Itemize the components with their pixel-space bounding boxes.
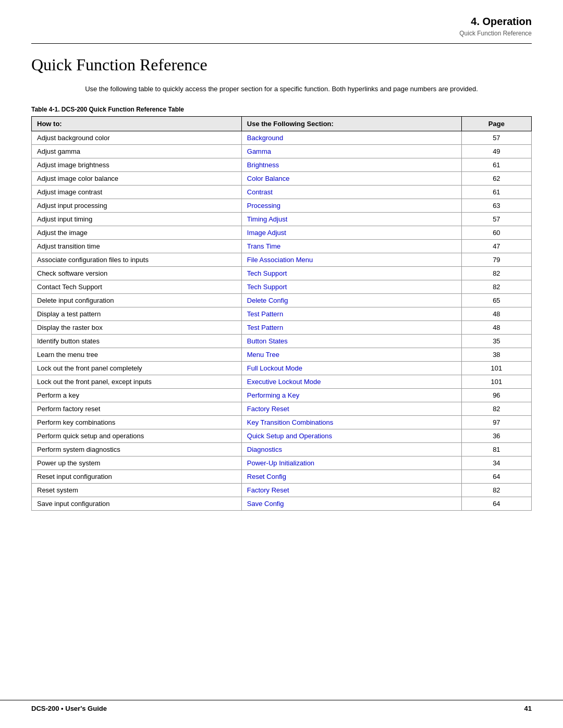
table-row: Identify button statesButton States35	[32, 334, 532, 348]
cell-section[interactable]: Factory Reset	[241, 402, 461, 415]
cell-section[interactable]: Quick Setup and Operations	[241, 429, 461, 442]
col-header-page: Page	[461, 116, 531, 131]
section-link[interactable]: Test Pattern	[247, 324, 283, 331]
section-link[interactable]: Timing Adjust	[247, 215, 288, 223]
table-row: Perform quick setup and operationsQuick …	[32, 429, 532, 442]
section-link[interactable]: Contrast	[247, 188, 273, 196]
cell-section[interactable]: Background	[241, 131, 461, 144]
section-link[interactable]: Color Balance	[247, 175, 290, 182]
table-row: Adjust image color balanceColor Balance6…	[32, 171, 532, 185]
cell-page: 79	[461, 253, 531, 266]
cell-section[interactable]: Contrast	[241, 185, 461, 199]
section-link[interactable]: Tech Support	[247, 269, 287, 277]
cell-how: Reset input configuration	[32, 470, 242, 483]
section-link[interactable]: Test Pattern	[247, 310, 283, 318]
section-link[interactable]: Reset Config	[247, 473, 286, 480]
cell-page: 47	[461, 239, 531, 253]
section-link[interactable]: Factory Reset	[247, 405, 289, 413]
cell-section[interactable]: Timing Adjust	[241, 212, 461, 226]
table-row: Save input configurationSave Config64	[32, 497, 532, 510]
cell-page: 38	[461, 348, 531, 361]
section-link[interactable]: Executive Lockout Mode	[247, 378, 321, 386]
table-row: Adjust input timingTiming Adjust57	[32, 212, 532, 226]
table-row: Perform a keyPerforming a Key96	[32, 388, 532, 402]
cell-section[interactable]: Factory Reset	[241, 483, 461, 497]
cell-section[interactable]: Full Lockout Mode	[241, 361, 461, 375]
section-link[interactable]: Power-Up Initialization	[247, 459, 314, 467]
cell-how: Lock out the front panel completely	[32, 361, 242, 375]
section-link[interactable]: Image Adjust	[247, 229, 286, 237]
cell-how: Perform key combinations	[32, 415, 242, 429]
table-row: Check software versionTech Support82	[32, 266, 532, 280]
section-link[interactable]: Save Config	[247, 500, 284, 508]
cell-how: Display the raster box	[32, 320, 242, 334]
cell-how: Adjust image color balance	[32, 171, 242, 185]
cell-page: 101	[461, 361, 531, 375]
cell-section[interactable]: File Association Menu	[241, 253, 461, 266]
cell-page: 48	[461, 320, 531, 334]
cell-how: Perform a key	[32, 388, 242, 402]
cell-how: Adjust background color	[32, 131, 242, 144]
cell-section[interactable]: Menu Tree	[241, 348, 461, 361]
cell-how: Save input configuration	[32, 497, 242, 510]
cell-page: 101	[461, 375, 531, 388]
cell-section[interactable]: Reset Config	[241, 470, 461, 483]
cell-page: 82	[461, 266, 531, 280]
cell-page: 62	[461, 171, 531, 185]
table-row: Learn the menu treeMenu Tree38	[32, 348, 532, 361]
cell-section[interactable]: Test Pattern	[241, 320, 461, 334]
table-row: Lock out the front panel, except inputsE…	[32, 375, 532, 388]
table-row: Reset input configurationReset Config64	[32, 470, 532, 483]
section-link[interactable]: Key Transition Combinations	[247, 418, 333, 426]
cell-section[interactable]: Executive Lockout Mode	[241, 375, 461, 388]
cell-page: 49	[461, 144, 531, 158]
cell-section[interactable]: Button States	[241, 334, 461, 348]
table-row: Adjust background colorBackground57	[32, 131, 532, 144]
section-link[interactable]: Delete Config	[247, 297, 288, 304]
section-link[interactable]: Processing	[247, 202, 280, 209]
section-link[interactable]: Quick Setup and Operations	[247, 432, 332, 440]
section-link[interactable]: Button States	[247, 337, 288, 345]
cell-how: Perform quick setup and operations	[32, 429, 242, 442]
cell-page: 57	[461, 131, 531, 144]
section-link[interactable]: Factory Reset	[247, 486, 289, 494]
cell-how: Check software version	[32, 266, 242, 280]
section-link[interactable]: Tech Support	[247, 283, 287, 291]
cell-section[interactable]: Save Config	[241, 497, 461, 510]
section-link[interactable]: Gamma	[247, 147, 271, 155]
col-header-section: Use the Following Section:	[241, 116, 461, 131]
cell-section[interactable]: Delete Config	[241, 293, 461, 307]
cell-section[interactable]: Gamma	[241, 144, 461, 158]
cell-page: 34	[461, 456, 531, 470]
cell-how: Adjust the image	[32, 226, 242, 239]
cell-section[interactable]: Color Balance	[241, 171, 461, 185]
main-table-wrapper: How to: Use the Following Section: Page …	[0, 116, 563, 511]
table-row: Adjust input processingProcessing63	[32, 199, 532, 212]
cell-section[interactable]: Power-Up Initialization	[241, 456, 461, 470]
cell-section[interactable]: Processing	[241, 199, 461, 212]
section-link[interactable]: Menu Tree	[247, 351, 279, 359]
cell-page: 82	[461, 402, 531, 415]
cell-section[interactable]: Image Adjust	[241, 226, 461, 239]
table-row: Adjust transition timeTrans Time47	[32, 239, 532, 253]
col-header-how: How to:	[32, 116, 242, 131]
section-link[interactable]: Performing a Key	[247, 391, 299, 399]
cell-section[interactable]: Tech Support	[241, 280, 461, 293]
table-row: Perform key combinationsKey Transition C…	[32, 415, 532, 429]
cell-section[interactable]: Key Transition Combinations	[241, 415, 461, 429]
section-link[interactable]: Full Lockout Mode	[247, 364, 302, 372]
cell-section[interactable]: Performing a Key	[241, 388, 461, 402]
section-link[interactable]: Diagnostics	[247, 446, 282, 453]
cell-how: Perform factory reset	[32, 402, 242, 415]
intro-text: Use the following table to quickly acces…	[31, 84, 532, 94]
cell-section[interactable]: Brightness	[241, 158, 461, 171]
cell-how: Display a test pattern	[32, 307, 242, 320]
cell-section[interactable]: Trans Time	[241, 239, 461, 253]
cell-section[interactable]: Tech Support	[241, 266, 461, 280]
section-link[interactable]: Background	[247, 134, 283, 142]
cell-section[interactable]: Diagnostics	[241, 442, 461, 456]
cell-section[interactable]: Test Pattern	[241, 307, 461, 320]
section-link[interactable]: File Association Menu	[247, 256, 313, 264]
section-link[interactable]: Brightness	[247, 161, 279, 169]
section-link[interactable]: Trans Time	[247, 242, 281, 250]
